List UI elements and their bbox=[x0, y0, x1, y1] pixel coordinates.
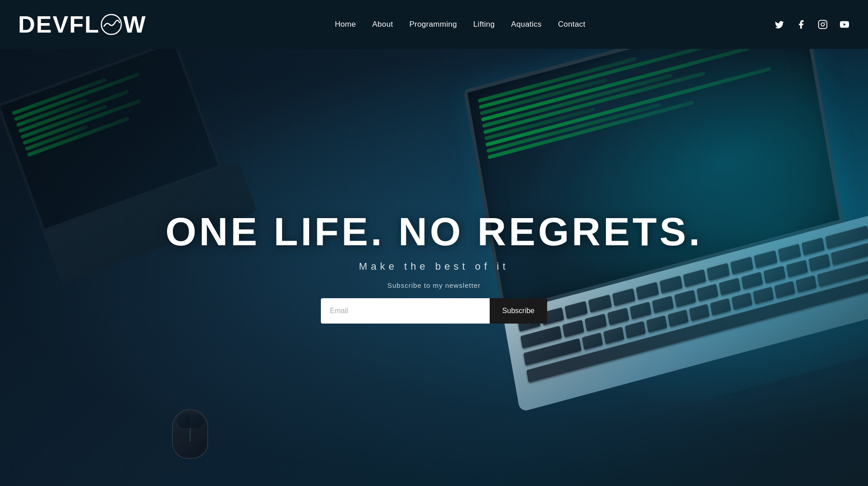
logo-text: DEVFL W bbox=[18, 13, 147, 36]
instagram-icon[interactable] bbox=[817, 19, 828, 30]
svg-point-2 bbox=[821, 23, 824, 26]
mouse-scroll bbox=[190, 428, 191, 442]
nav-programming[interactable]: Programming bbox=[409, 20, 457, 29]
nav-contact[interactable]: Contact bbox=[558, 20, 586, 29]
email-input[interactable] bbox=[321, 298, 490, 324]
newsletter-label: Subscribe to my newsletter bbox=[387, 281, 481, 289]
nav-home[interactable]: Home bbox=[335, 20, 356, 29]
svg-rect-1 bbox=[819, 20, 827, 29]
subscribe-form: Subscribe bbox=[321, 298, 547, 324]
site-header: DEVFL W Home About Programming Lifting A… bbox=[0, 0, 868, 49]
logo[interactable]: DEVFL W bbox=[18, 13, 147, 36]
main-nav: Home About Programming Lifting Aquatics … bbox=[335, 20, 586, 29]
subscribe-button[interactable]: Subscribe bbox=[490, 298, 547, 324]
nav-about[interactable]: About bbox=[372, 20, 393, 29]
hero-title: ONE LIFE. NO REGRETS. bbox=[166, 212, 703, 252]
hero-subtitle: Make the best of it bbox=[359, 261, 509, 272]
hero-section: ONE LIFE. NO REGRETS. Make the best of i… bbox=[0, 49, 868, 486]
svg-point-0 bbox=[101, 14, 121, 34]
facebook-icon[interactable] bbox=[796, 19, 806, 30]
twitter-icon[interactable] bbox=[774, 19, 785, 30]
logo-wave-icon bbox=[100, 13, 123, 36]
mouse bbox=[172, 409, 208, 459]
hero-content: ONE LIFE. NO REGRETS. Make the best of i… bbox=[166, 212, 703, 324]
mouse-left-button bbox=[176, 414, 190, 428]
svg-point-3 bbox=[825, 22, 825, 23]
mouse-right-button bbox=[190, 414, 204, 428]
nav-lifting[interactable]: Lifting bbox=[473, 20, 495, 29]
nav-aquatics[interactable]: Aquatics bbox=[511, 20, 542, 29]
youtube-icon[interactable] bbox=[839, 19, 850, 30]
social-icons bbox=[774, 19, 850, 30]
